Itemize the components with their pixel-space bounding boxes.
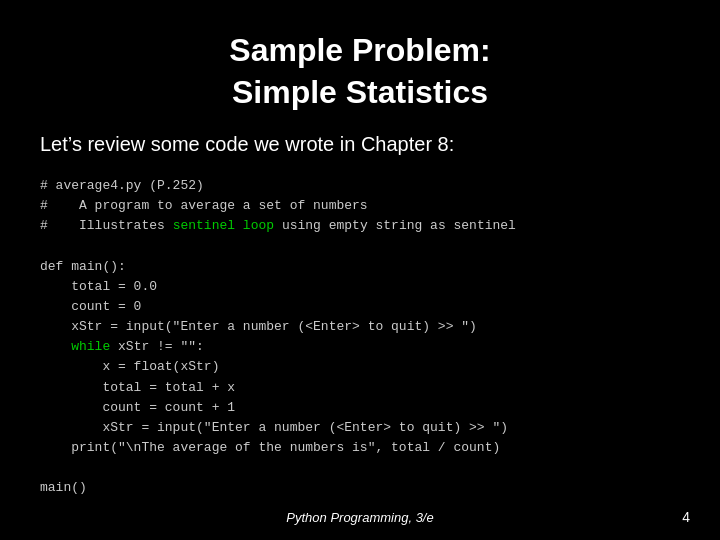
footer: Python Programming, 3/e [0, 510, 720, 525]
title-line1: Sample Problem: [229, 32, 490, 68]
code-line-while: while xStr != "": [40, 337, 690, 357]
slide-container: Sample Problem: Simple Statistics Let’s … [0, 0, 720, 540]
code-line-xstr2: xStr = input("Enter a number (<Enter> to… [40, 418, 690, 438]
code-line-1: # average4.py (P.252) [40, 176, 690, 196]
code-line-blank1 [40, 237, 690, 257]
code-line-3: # Illustrates sentinel loop using empty … [40, 216, 690, 236]
code-line-total2: total = total + x [40, 378, 690, 398]
keyword-sentinel: sentinel [173, 218, 235, 233]
code-line-print: print("\nThe average of the numbers is",… [40, 438, 690, 458]
title-section: Sample Problem: Simple Statistics [30, 30, 690, 113]
code-line-x: x = float(xStr) [40, 357, 690, 377]
code-line-blank2 [40, 458, 690, 478]
slide-title: Sample Problem: Simple Statistics [30, 30, 690, 113]
intro-text: Let’s review some code we wrote in Chapt… [40, 133, 690, 156]
code-line-main-call: main() [40, 478, 690, 498]
code-line-xstr1: xStr = input("Enter a number (<Enter> to… [40, 317, 690, 337]
title-line2: Simple Statistics [232, 74, 488, 110]
footer-citation: Python Programming, 3/e [0, 510, 720, 525]
code-line-def: def main(): [40, 257, 690, 277]
keyword-loop: loop [243, 218, 274, 233]
code-line-total: total = 0.0 [40, 277, 690, 297]
code-line-count2: count = count + 1 [40, 398, 690, 418]
keyword-while: while [71, 339, 110, 354]
code-block: # average4.py (P.252) # A program to ave… [40, 176, 690, 498]
code-line-2: # A program to average a set of numbers [40, 196, 690, 216]
code-line-count: count = 0 [40, 297, 690, 317]
page-number: 4 [682, 509, 690, 525]
